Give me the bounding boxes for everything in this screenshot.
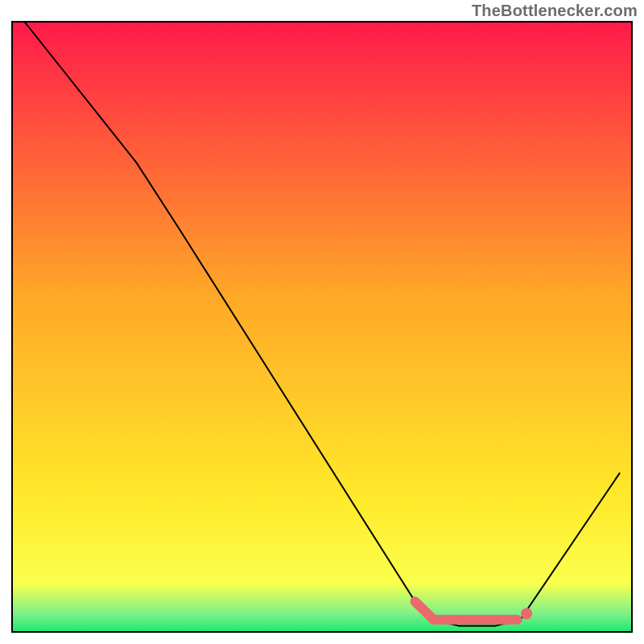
- bottleneck-chart: [0, 0, 644, 644]
- highlight-dot: [521, 608, 532, 619]
- plot-background: [12, 22, 632, 632]
- chart-stage: TheBottlenecker.com: [0, 0, 644, 644]
- attribution-text: TheBottlenecker.com: [472, 2, 638, 20]
